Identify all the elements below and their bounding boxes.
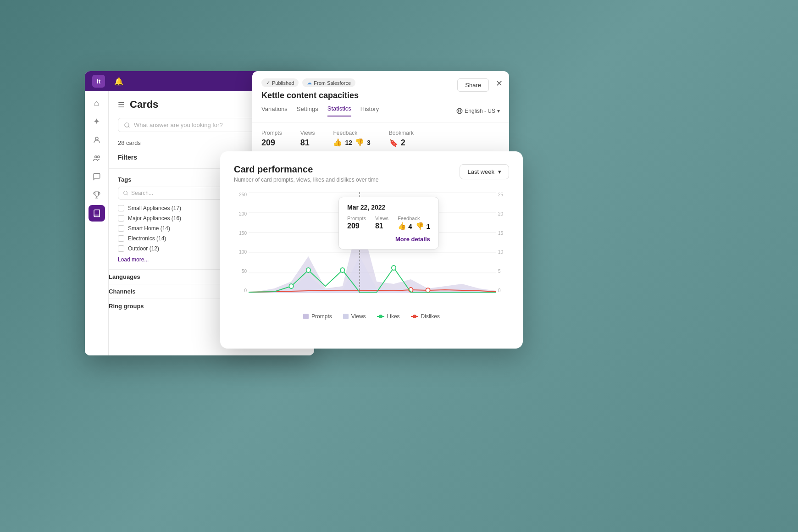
page-title: Cards	[130, 99, 158, 111]
channels-label: Channels	[109, 288, 136, 295]
y-right-15: 15	[498, 231, 509, 236]
tooltip-views: Views 81	[375, 216, 388, 230]
panel-title: Kettle content capacities	[261, 91, 500, 100]
svg-point-1	[94, 156, 97, 158]
tooltip-views-value: 81	[375, 222, 388, 230]
tag-name-5: Outdoor (12)	[128, 245, 159, 252]
bell-icon[interactable]: 🔔	[114, 77, 123, 86]
tag-checkbox-5[interactable]	[118, 245, 124, 252]
metric-views: Views 81	[300, 130, 315, 148]
y-left-50: 50	[234, 269, 247, 274]
y-right-5: 5	[498, 269, 509, 274]
globe-icon	[456, 108, 463, 114]
legend-prompts-label: Prompts	[311, 313, 332, 320]
legend-dislikes-label: Dislikes	[421, 313, 440, 320]
sidebar-item-home[interactable]: ⌂	[89, 95, 105, 111]
search-placeholder: What answer are you looking for?	[134, 122, 223, 128]
sidebar-item-users[interactable]	[89, 150, 105, 166]
stats-panel-header: ✓ Published ☁ From Salesforce Share ✕ Ke…	[252, 71, 509, 122]
sidebar-item-user[interactable]	[89, 132, 105, 148]
svg-point-2	[97, 156, 100, 158]
like-dot-4	[392, 266, 396, 270]
language-label: English - US	[465, 108, 495, 114]
y-left-100: 100	[234, 249, 247, 255]
chart-tooltip: Mar 22, 2022 Prompts 209 Views 81 Feedba…	[338, 197, 439, 249]
svg-line-4	[128, 126, 130, 127]
tag-name-2: Major Appliances (16)	[128, 215, 181, 222]
chart-legend: Prompts Views Likes Dislikes	[234, 313, 509, 320]
y-axis-right: 25 20 15 10 5 0	[498, 192, 509, 293]
likes-value: 12	[345, 139, 352, 146]
prompts-label: Prompts	[261, 130, 282, 136]
sidebar-item-trophy[interactable]	[89, 187, 105, 203]
tooltip-metrics: Prompts 209 Views 81 Feedback 👍 4	[347, 216, 430, 230]
y-left-150: 150	[234, 231, 247, 236]
prompts-value: 209	[261, 138, 282, 148]
y-left-0: 0	[234, 288, 247, 293]
hamburger-icon[interactable]: ☰	[118, 100, 124, 109]
close-button[interactable]: ✕	[496, 78, 503, 89]
perf-title-area: Card performance Number of card prompts,…	[234, 164, 378, 183]
search-icon	[124, 122, 130, 128]
salesforce-icon: ☁	[307, 80, 312, 86]
tag-checkbox-1[interactable]	[118, 205, 124, 211]
views-value: 81	[300, 138, 315, 148]
legend-likes-line	[377, 316, 384, 317]
legend-views-label: Views	[351, 313, 366, 320]
legend-likes-label: Likes	[387, 313, 400, 320]
tooltip-dislikes: 👎 1	[416, 222, 430, 230]
metric-prompts: Prompts 209	[261, 130, 282, 148]
sidebar-item-star[interactable]: ✦	[89, 113, 105, 130]
tooltip-date: Mar 22, 2022	[347, 204, 430, 211]
tooltip-prompts: Prompts 209	[347, 216, 366, 230]
tag-name-1: Small Appliances (17)	[128, 205, 181, 211]
time-selector[interactable]: Last week ▾	[460, 164, 509, 179]
bookmark-value: 2	[401, 138, 405, 148]
tag-search-placeholder: Search...	[131, 190, 153, 196]
thumbs-up-icon: 👍	[333, 138, 342, 147]
thumbs-down-icon: 👎	[355, 138, 364, 147]
y-right-10: 10	[498, 249, 509, 255]
perf-header: Card performance Number of card prompts,…	[234, 164, 509, 183]
tab-settings[interactable]: Settings	[297, 105, 318, 116]
sidebar-item-chat[interactable]	[89, 168, 105, 185]
time-selector-label: Last week	[467, 168, 494, 175]
feedback-label: Feedback	[333, 130, 370, 136]
y-right-0: 0	[498, 288, 509, 293]
svg-point-3	[125, 122, 129, 127]
chart-container: 250 200 150 100 50 0 25 20 15 10 5 0	[234, 192, 509, 311]
tag-checkbox-2[interactable]	[118, 215, 124, 222]
tags-label: Tags	[118, 176, 131, 183]
bookmark-label: Bookmark	[389, 130, 414, 136]
perf-title: Card performance	[234, 164, 378, 175]
sidebar-item-book[interactable]	[89, 205, 105, 222]
app-logo: it	[92, 75, 105, 88]
metric-bookmark: Bookmark 🔖 2	[389, 130, 414, 148]
salesforce-label: From Salesforce	[314, 80, 351, 86]
feedback-counts: 👍 12 👎 3	[333, 138, 370, 147]
tooltip-feedback-values: 👍 4 👎 1	[398, 222, 430, 230]
tooltip-prompts-value: 209	[347, 222, 366, 230]
tab-variations[interactable]: Variations	[261, 105, 288, 116]
tab-history[interactable]: History	[360, 105, 379, 116]
more-details-link[interactable]: More details	[347, 236, 430, 243]
tag-search-icon	[123, 190, 128, 196]
metric-feedback: Feedback 👍 12 👎 3	[333, 130, 370, 148]
legend-dislikes-line	[411, 316, 418, 317]
tooltip-feedback: Feedback 👍 4 👎 1	[398, 216, 430, 230]
languages-label: Languages	[109, 273, 140, 280]
legend-views: Views	[343, 313, 366, 320]
salesforce-badge: ☁ From Salesforce	[302, 78, 355, 87]
share-button[interactable]: Share	[457, 78, 489, 92]
like-dot-2	[306, 268, 310, 272]
tab-statistics[interactable]: Statistics	[327, 105, 351, 116]
published-badge: ✓ Published	[261, 78, 299, 87]
check-icon: ✓	[266, 80, 270, 86]
language-selector[interactable]: English - US ▾	[456, 108, 500, 114]
tag-checkbox-4[interactable]	[118, 235, 124, 242]
language-chevron-icon: ▾	[497, 108, 500, 114]
tag-name-4: Electronics (14)	[128, 235, 166, 242]
tag-checkbox-3[interactable]	[118, 225, 124, 232]
legend-dislikes: Dislikes	[411, 313, 440, 320]
like-dot-3	[340, 268, 344, 272]
